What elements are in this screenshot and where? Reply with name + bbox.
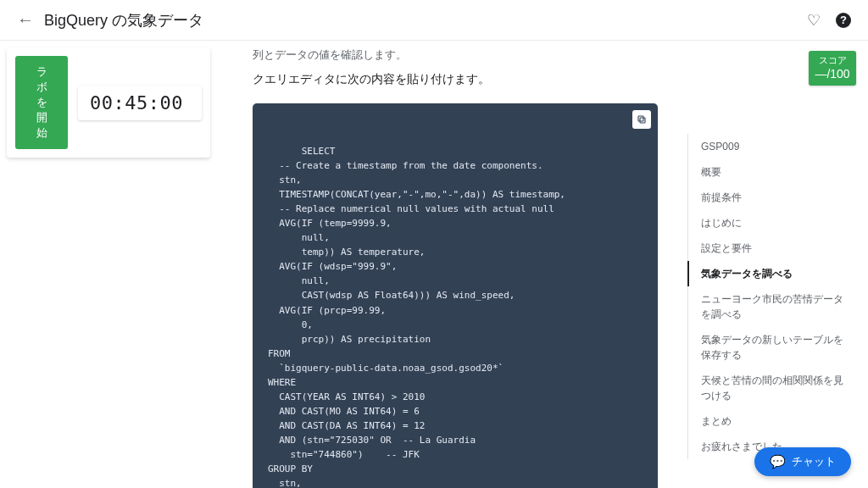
toc-item[interactable]: 設定と要件 [687, 236, 853, 261]
toc-item[interactable]: 気象データを調べる [687, 261, 853, 286]
toc-item[interactable]: ニューヨーク市民の苦情データを調べる [687, 286, 853, 327]
help-icon[interactable]: ? [836, 13, 851, 28]
main: 列とデータの値を確認します。 クエリエディタに次の内容を貼り付けます。 SELE… [0, 41, 868, 488]
toc-item[interactable]: まとめ [687, 408, 853, 434]
toc-item[interactable]: 前提条件 [687, 185, 853, 210]
back-arrow-icon[interactable]: ← [17, 10, 34, 30]
intro-text: クエリエディタに次の内容を貼り付けます。 [253, 69, 658, 90]
toc-item[interactable]: 気象データの新しいテーブルを保存する [687, 327, 853, 368]
chat-bubble-icon: 💬 [770, 454, 786, 469]
toc-item[interactable]: 概要 [687, 159, 853, 185]
svg-rect-1 [638, 116, 643, 121]
copy-icon[interactable] [632, 110, 651, 129]
svg-rect-0 [640, 118, 645, 123]
chat-button[interactable]: 💬 チャット [754, 447, 851, 476]
content-area: 列とデータの値を確認します。 クエリエディタに次の内容を貼り付けます。 SELE… [237, 41, 673, 488]
toc-item[interactable]: 天候と苦情の間の相関関係を見つける [687, 368, 853, 408]
toc-item[interactable]: GSP009 [687, 134, 853, 159]
toc-item[interactable]: はじめに [687, 210, 853, 236]
sql-code-block: SELECT -- Create a timestamp from the da… [253, 103, 658, 488]
chat-label: チャット [792, 454, 836, 469]
sql-code-text: SELECT -- Create a timestamp from the da… [268, 146, 565, 488]
toc-sidebar: GSP009概要前提条件はじめに設定と要件気象データを調べるニューヨーク市民の苦… [687, 134, 853, 459]
heart-icon[interactable]: ♡ [807, 11, 821, 30]
header-actions: ♡ ? [807, 11, 851, 30]
header: ← BigQuery の気象データ ♡ ? [0, 0, 868, 41]
page-title: BigQuery の気象データ [44, 10, 807, 30]
clipped-text: 列とデータの値を確認します。 [253, 46, 658, 64]
